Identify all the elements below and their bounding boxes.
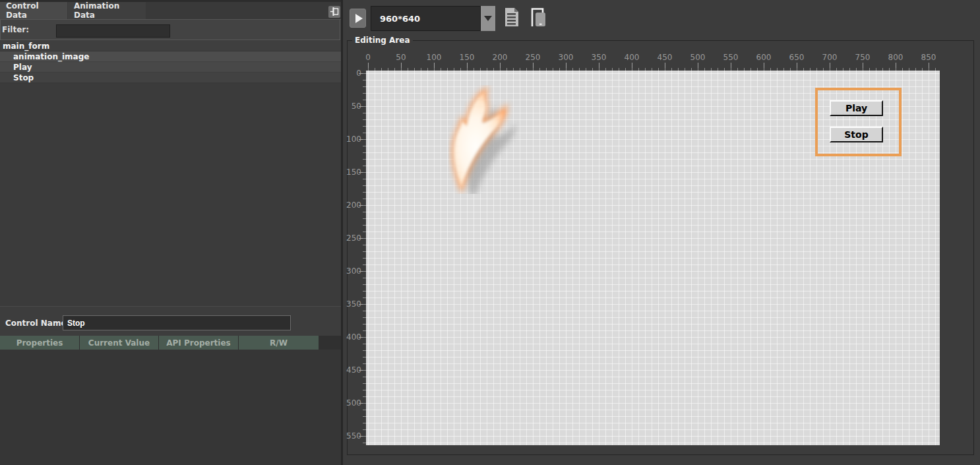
document-icon (504, 7, 520, 30)
device-orientation-icon (530, 7, 547, 30)
tab-control-data[interactable]: Control Data (0, 2, 67, 19)
h-ruler-label: 500 (690, 53, 706, 62)
canvas-stop-button[interactable]: Stop (830, 127, 883, 142)
dropdown-arrow-icon (484, 16, 492, 21)
h-ruler-label: 600 (756, 53, 772, 62)
run-preview-button[interactable] (350, 9, 366, 28)
rw-column-header[interactable]: R/W (239, 336, 319, 350)
editing-canvas[interactable]: Play Stop (366, 71, 940, 445)
filter-input[interactable] (56, 24, 170, 38)
document-list-button[interactable] (503, 8, 521, 29)
device-orientation-button[interactable] (529, 8, 547, 29)
h-ruler-label: 400 (625, 53, 640, 62)
tree-item-animation-image[interactable]: animation_image (0, 51, 341, 62)
tree-item-play[interactable]: Play (0, 62, 341, 73)
canvas-play-button[interactable]: Play (830, 100, 883, 116)
properties-table-header: Properties Current Value API Properties … (0, 336, 341, 350)
h-ruler-label: 50 (396, 53, 406, 62)
control-tree: main_form animation_image Play Stop (0, 41, 341, 305)
selection-box[interactable] (815, 88, 902, 156)
h-ruler-label: 0 (365, 53, 371, 62)
canvas-play-button-label: Play (845, 103, 867, 113)
h-ruler-label: 200 (493, 53, 508, 62)
h-ruler-label: 700 (822, 53, 838, 62)
control-name-input[interactable] (63, 315, 291, 330)
resolution-value: 960*640 (380, 14, 420, 24)
flame-animation-image[interactable] (448, 85, 521, 194)
h-ruler-label: 750 (855, 53, 871, 62)
header-filler (319, 336, 341, 350)
h-ruler-label: 350 (592, 53, 607, 62)
pin-button[interactable] (328, 6, 340, 18)
h-ruler-label: 300 (559, 53, 574, 62)
play-icon (355, 14, 363, 23)
tab-control-data-label: Control Data (6, 1, 61, 20)
api-properties-column-header[interactable]: API Properties (159, 336, 238, 350)
tree-item-label: animation_image (13, 52, 89, 61)
left-dock-panel: Control Data Animation Data Filter: main… (0, 0, 341, 465)
tab-animation-data-label: Animation Data (74, 1, 140, 20)
h-ruler-label: 150 (460, 53, 475, 62)
properties-column-header[interactable]: Properties (0, 336, 79, 350)
h-ruler-label: 250 (526, 53, 541, 62)
properties-table-body (0, 350, 341, 465)
filter-bar (0, 20, 340, 40)
h-ruler-label: 100 (427, 53, 442, 62)
control-name-label: Control Name: (5, 319, 69, 328)
tree-item-label: Play (13, 63, 32, 72)
resolution-combobox[interactable]: 960*640 (371, 6, 481, 31)
tree-item-stop[interactable]: Stop (0, 73, 341, 83)
tab-animation-data[interactable]: Animation Data (68, 2, 146, 19)
h-ruler-label: 550 (723, 53, 739, 62)
canvas-stop-button-label: Stop (844, 129, 868, 140)
tree-item-main-form[interactable]: main_form (0, 41, 341, 51)
editor-area: 960*640 Editing Area 0 50 (343, 0, 980, 465)
current-value-column-header[interactable]: Current Value (80, 336, 158, 350)
tree-item-label: main_form (3, 42, 49, 51)
h-ruler-label: 450 (658, 53, 673, 62)
h-ruler-label: 800 (888, 53, 903, 62)
filter-label: Filter: (2, 25, 29, 34)
h-ruler-label: 850 (921, 53, 936, 62)
tree-item-label: Stop (13, 73, 34, 82)
pin-icon (330, 6, 339, 18)
h-ruler-label: 650 (789, 53, 805, 62)
editing-area-title: Editing Area (352, 36, 413, 45)
resolution-dropdown-button[interactable] (481, 6, 495, 31)
